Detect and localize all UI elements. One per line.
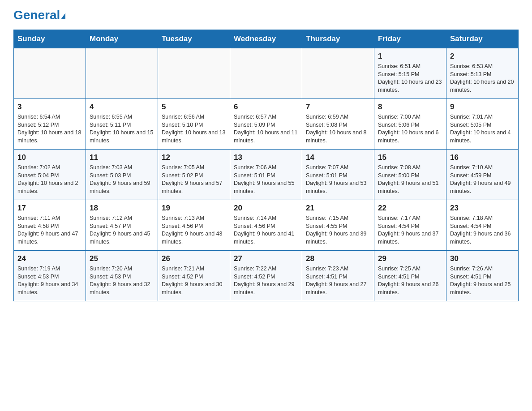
- day-info: Sunrise: 7:00 AMSunset: 5:06 PMDaylight:…: [378, 113, 442, 145]
- day-cell: 15Sunrise: 7:08 AMSunset: 5:00 PMDayligh…: [374, 150, 446, 200]
- week-row-2: 3Sunrise: 6:54 AMSunset: 5:12 PMDaylight…: [14, 99, 519, 150]
- day-info: Sunrise: 7:15 AMSunset: 4:55 PMDaylight:…: [306, 214, 370, 246]
- day-cell: 25Sunrise: 7:20 AMSunset: 4:53 PMDayligh…: [86, 251, 158, 301]
- day-cell: 22Sunrise: 7:17 AMSunset: 4:54 PMDayligh…: [374, 200, 446, 251]
- day-number: 29: [378, 254, 442, 263]
- day-cell: 6Sunrise: 6:57 AMSunset: 5:09 PMDaylight…: [230, 99, 302, 150]
- day-info: Sunrise: 6:51 AMSunset: 5:15 PMDaylight:…: [378, 63, 442, 94]
- day-info: Sunrise: 7:02 AMSunset: 5:04 PMDaylight:…: [17, 164, 82, 195]
- day-info: Sunrise: 7:19 AMSunset: 4:53 PMDaylight:…: [17, 265, 82, 296]
- day-number: 8: [378, 103, 442, 111]
- day-info: Sunrise: 7:14 AMSunset: 4:56 PMDaylight:…: [234, 214, 298, 246]
- weekday-header-sunday: Sunday: [14, 30, 86, 48]
- day-number: 11: [90, 153, 154, 162]
- day-cell: 16Sunrise: 7:10 AMSunset: 4:59 PMDayligh…: [446, 150, 519, 200]
- day-cell: [302, 48, 374, 99]
- day-info: Sunrise: 7:21 AMSunset: 4:52 PMDaylight:…: [162, 265, 226, 296]
- day-cell: 20Sunrise: 7:14 AMSunset: 4:56 PMDayligh…: [230, 200, 302, 251]
- day-info: Sunrise: 6:55 AMSunset: 5:11 PMDaylight:…: [90, 113, 154, 145]
- day-cell: 29Sunrise: 7:25 AMSunset: 4:51 PMDayligh…: [374, 251, 446, 301]
- day-info: Sunrise: 7:10 AMSunset: 4:59 PMDaylight:…: [450, 164, 515, 195]
- day-number: 23: [450, 204, 515, 213]
- day-cell: 18Sunrise: 7:12 AMSunset: 4:57 PMDayligh…: [86, 200, 158, 251]
- day-number: 7: [306, 103, 370, 111]
- day-number: 12: [162, 153, 226, 162]
- day-info: Sunrise: 6:56 AMSunset: 5:10 PMDaylight:…: [162, 113, 226, 145]
- day-number: 4: [90, 103, 154, 111]
- day-info: Sunrise: 6:59 AMSunset: 5:08 PMDaylight:…: [306, 113, 370, 145]
- day-number: 15: [378, 153, 442, 162]
- logo: General: [13, 9, 65, 21]
- day-number: 22: [378, 204, 442, 213]
- day-number: 19: [162, 204, 226, 213]
- day-info: Sunrise: 7:25 AMSunset: 4:51 PMDaylight:…: [378, 265, 442, 296]
- weekday-header-friday: Friday: [374, 30, 446, 48]
- day-number: 20: [234, 204, 298, 213]
- weekday-header-thursday: Thursday: [302, 30, 374, 48]
- day-number: 18: [90, 204, 154, 213]
- day-info: Sunrise: 7:13 AMSunset: 4:56 PMDaylight:…: [162, 214, 226, 246]
- day-number: 10: [17, 153, 82, 162]
- day-info: Sunrise: 7:05 AMSunset: 5:02 PMDaylight:…: [162, 164, 226, 195]
- day-number: 13: [234, 153, 298, 162]
- day-number: 28: [306, 254, 370, 263]
- day-info: Sunrise: 7:26 AMSunset: 4:51 PMDaylight:…: [450, 265, 515, 296]
- weekday-header-monday: Monday: [86, 30, 158, 48]
- day-number: 16: [450, 153, 515, 162]
- day-info: Sunrise: 6:53 AMSunset: 5:13 PMDaylight:…: [450, 63, 515, 94]
- day-cell: 5Sunrise: 6:56 AMSunset: 5:10 PMDaylight…: [158, 99, 230, 150]
- day-cell: 13Sunrise: 7:06 AMSunset: 5:01 PMDayligh…: [230, 150, 302, 200]
- day-number: 21: [306, 204, 370, 213]
- day-cell: [14, 48, 86, 99]
- day-cell: 14Sunrise: 7:07 AMSunset: 5:01 PMDayligh…: [302, 150, 374, 200]
- day-number: 25: [90, 254, 154, 263]
- day-cell: 26Sunrise: 7:21 AMSunset: 4:52 PMDayligh…: [158, 251, 230, 301]
- day-info: Sunrise: 7:18 AMSunset: 4:54 PMDaylight:…: [450, 214, 515, 246]
- day-cell: 30Sunrise: 7:26 AMSunset: 4:51 PMDayligh…: [446, 251, 519, 301]
- day-number: 17: [17, 204, 82, 213]
- day-number: 5: [162, 103, 226, 111]
- day-cell: 1Sunrise: 6:51 AMSunset: 5:15 PMDaylight…: [374, 48, 446, 99]
- day-cell: [230, 48, 302, 99]
- day-info: Sunrise: 7:11 AMSunset: 4:58 PMDaylight:…: [17, 214, 82, 246]
- day-info: Sunrise: 6:57 AMSunset: 5:09 PMDaylight:…: [234, 113, 298, 145]
- weekday-header-tuesday: Tuesday: [158, 30, 230, 48]
- day-cell: 8Sunrise: 7:00 AMSunset: 5:06 PMDaylight…: [374, 99, 446, 150]
- day-number: 3: [17, 103, 82, 111]
- day-number: 14: [306, 153, 370, 162]
- day-cell: 21Sunrise: 7:15 AMSunset: 4:55 PMDayligh…: [302, 200, 374, 251]
- day-number: 24: [17, 254, 82, 263]
- day-info: Sunrise: 7:08 AMSunset: 5:00 PMDaylight:…: [378, 164, 442, 195]
- weekday-header-wednesday: Wednesday: [230, 30, 302, 48]
- day-cell: 24Sunrise: 7:19 AMSunset: 4:53 PMDayligh…: [14, 251, 86, 301]
- day-info: Sunrise: 7:03 AMSunset: 5:03 PMDaylight:…: [90, 164, 154, 195]
- day-info: Sunrise: 7:06 AMSunset: 5:01 PMDaylight:…: [234, 164, 298, 195]
- week-row-1: 1Sunrise: 6:51 AMSunset: 5:15 PMDaylight…: [14, 48, 519, 99]
- day-number: 9: [450, 103, 515, 111]
- day-cell: 12Sunrise: 7:05 AMSunset: 5:02 PMDayligh…: [158, 150, 230, 200]
- day-info: Sunrise: 7:23 AMSunset: 4:51 PMDaylight:…: [306, 265, 370, 296]
- day-cell: 9Sunrise: 7:01 AMSunset: 5:05 PMDaylight…: [446, 99, 519, 150]
- day-info: Sunrise: 6:54 AMSunset: 5:12 PMDaylight:…: [17, 113, 82, 145]
- day-number: 1: [378, 52, 442, 61]
- week-row-4: 17Sunrise: 7:11 AMSunset: 4:58 PMDayligh…: [14, 200, 519, 251]
- day-cell: 4Sunrise: 6:55 AMSunset: 5:11 PMDaylight…: [86, 99, 158, 150]
- day-cell: 27Sunrise: 7:22 AMSunset: 4:52 PMDayligh…: [230, 251, 302, 301]
- day-info: Sunrise: 7:12 AMSunset: 4:57 PMDaylight:…: [90, 214, 154, 246]
- day-number: 6: [234, 103, 298, 111]
- day-cell: 19Sunrise: 7:13 AMSunset: 4:56 PMDayligh…: [158, 200, 230, 251]
- day-info: Sunrise: 7:07 AMSunset: 5:01 PMDaylight:…: [306, 164, 370, 195]
- day-cell: 11Sunrise: 7:03 AMSunset: 5:03 PMDayligh…: [86, 150, 158, 200]
- day-cell: 23Sunrise: 7:18 AMSunset: 4:54 PMDayligh…: [446, 200, 519, 251]
- logo-general: General: [13, 8, 60, 22]
- day-number: 30: [450, 254, 515, 263]
- day-cell: 2Sunrise: 6:53 AMSunset: 5:13 PMDaylight…: [446, 48, 519, 99]
- day-info: Sunrise: 7:22 AMSunset: 4:52 PMDaylight:…: [234, 265, 298, 296]
- calendar-table: SundayMondayTuesdayWednesdayThursdayFrid…: [13, 30, 519, 301]
- day-cell: 28Sunrise: 7:23 AMSunset: 4:51 PMDayligh…: [302, 251, 374, 301]
- page-header: General: [13, 9, 519, 21]
- weekday-header-row: SundayMondayTuesdayWednesdayThursdayFrid…: [14, 30, 519, 48]
- day-cell: [86, 48, 158, 99]
- week-row-5: 24Sunrise: 7:19 AMSunset: 4:53 PMDayligh…: [14, 251, 519, 301]
- day-number: 26: [162, 254, 226, 263]
